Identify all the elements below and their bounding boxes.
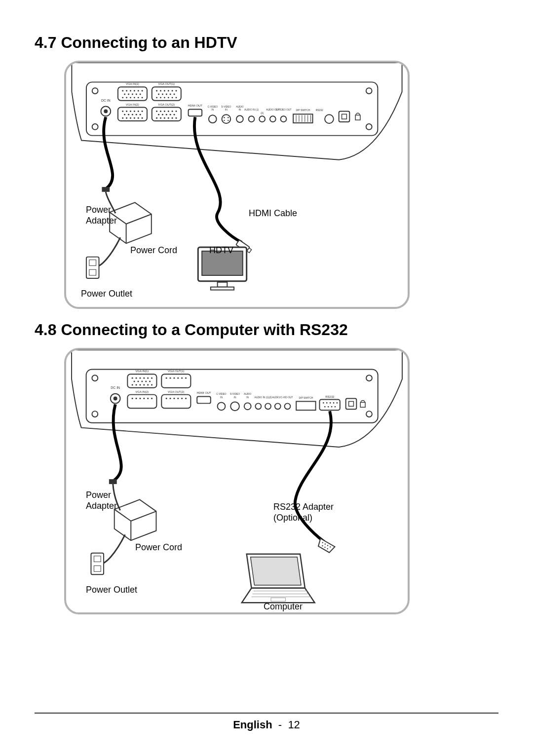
svg-point-41 [164, 97, 165, 98]
svg-point-68 [160, 111, 161, 112]
svg-point-82 [172, 117, 173, 119]
svg-point-168 [173, 378, 175, 379]
svg-rect-120 [102, 187, 110, 192]
svg-text:IN: IN [238, 109, 241, 111]
svg-point-49 [126, 111, 127, 112]
svg-point-63 [138, 117, 139, 119]
svg-point-17 [132, 93, 133, 95]
svg-point-32 [172, 90, 173, 92]
svg-text:VGA OUT(2): VGA OUT(2) [158, 103, 175, 106]
svg-rect-124 [86, 257, 99, 278]
svg-point-52 [138, 111, 139, 112]
svg-text:IN: IN [246, 396, 249, 399]
svg-point-56 [132, 114, 133, 115]
svg-point-24 [138, 97, 139, 98]
svg-point-169 [177, 378, 179, 379]
svg-point-12 [134, 90, 135, 92]
footer-divider [35, 713, 498, 714]
svg-text:VGA OUT(1): VGA OUT(1) [158, 82, 175, 85]
svg-point-83 [176, 117, 177, 119]
svg-point-79 [160, 117, 161, 119]
svg-point-60 [126, 117, 127, 119]
svg-point-139 [114, 397, 117, 401]
svg-point-180 [173, 398, 175, 399]
svg-point-57 [136, 114, 137, 115]
svg-point-157 [141, 381, 143, 382]
svg-text:AUDIO IN (1)(2): AUDIO IN (1)(2) [255, 396, 272, 399]
svg-point-213 [335, 406, 336, 408]
svg-rect-217 [109, 479, 117, 484]
svg-text:VGA IN(2): VGA IN(2) [135, 390, 149, 393]
svg-point-78 [156, 117, 157, 119]
svg-point-43 [172, 97, 173, 98]
svg-point-21 [126, 97, 127, 98]
svg-point-207 [330, 402, 331, 404]
svg-point-205 [323, 402, 324, 404]
svg-text:RS232: RS232 [325, 395, 334, 398]
svg-point-162 [139, 384, 141, 385]
svg-text:AUDIO: AUDIO [244, 393, 252, 395]
svg-point-183 [185, 398, 187, 399]
svg-point-53 [142, 111, 143, 112]
svg-point-23 [134, 97, 135, 98]
svg-point-31 [168, 90, 169, 92]
svg-point-174 [139, 398, 141, 399]
svg-point-16 [128, 93, 129, 95]
svg-text:HDMI OUT: HDMI OUT [188, 104, 203, 107]
svg-text:S-VIDEO: S-VIDEO [221, 106, 231, 108]
svg-point-34 [158, 93, 159, 95]
svg-rect-131 [218, 282, 228, 287]
svg-point-211 [328, 406, 329, 408]
svg-point-75 [166, 114, 167, 115]
svg-point-33 [176, 90, 177, 92]
svg-text:(2): (2) [261, 112, 264, 114]
svg-point-54 [124, 114, 125, 115]
svg-rect-0 [86, 82, 378, 135]
svg-point-155 [134, 381, 135, 382]
svg-text:DC IN: DC IN [111, 386, 120, 389]
svg-point-209 [337, 402, 338, 404]
diagram-rs232-connection: DC IN VGA IN(1) VGA OUT(1) VGA IN(2) VGA… [66, 350, 408, 612]
svg-point-171 [185, 378, 187, 379]
svg-point-30 [164, 90, 165, 92]
figure-4-7: DC IN VGA IN(1) VGA OUT(1) VGA IN(2) VGA… [64, 61, 410, 309]
svg-text:C-VIDEO: C-VIDEO [208, 106, 218, 108]
svg-point-178 [166, 398, 167, 399]
label-power-adapter: Power Adapter [86, 205, 117, 226]
svg-text:DC IN: DC IN [101, 99, 111, 102]
svg-point-15 [124, 93, 125, 95]
svg-point-6 [104, 109, 108, 113]
label-hdtv: HDTV [209, 245, 233, 256]
svg-point-61 [130, 117, 131, 119]
svg-point-210 [324, 406, 326, 408]
svg-point-55 [128, 114, 129, 115]
svg-point-175 [143, 398, 145, 399]
svg-text:HDMI OUT: HDMI OUT [196, 391, 211, 394]
svg-point-179 [170, 398, 171, 399]
svg-text:RS232: RS232 [316, 109, 323, 112]
svg-point-50 [130, 111, 131, 112]
svg-point-48 [122, 111, 123, 112]
label-power-cord-2: Power Cord [135, 542, 182, 553]
svg-point-62 [134, 117, 135, 119]
svg-point-181 [177, 398, 179, 399]
svg-point-64 [142, 117, 143, 119]
svg-point-67 [156, 111, 157, 112]
svg-text:VGA IN(1): VGA IN(1) [126, 82, 139, 85]
svg-point-156 [138, 381, 139, 382]
svg-rect-221 [91, 553, 104, 574]
svg-point-37 [170, 93, 171, 95]
svg-point-164 [147, 384, 149, 385]
svg-text:VGA OUT(2): VGA OUT(2) [168, 390, 185, 393]
svg-point-206 [326, 402, 328, 404]
svg-point-58 [140, 114, 141, 115]
svg-point-177 [151, 398, 152, 399]
svg-point-73 [158, 114, 159, 115]
svg-point-152 [143, 378, 145, 379]
svg-point-9 [122, 90, 123, 92]
svg-text:AUDIO: AUDIO [236, 106, 244, 108]
page-footer: English - 12 [35, 713, 498, 731]
svg-point-18 [136, 93, 137, 95]
svg-point-167 [170, 378, 171, 379]
footer-language: English [233, 718, 272, 731]
